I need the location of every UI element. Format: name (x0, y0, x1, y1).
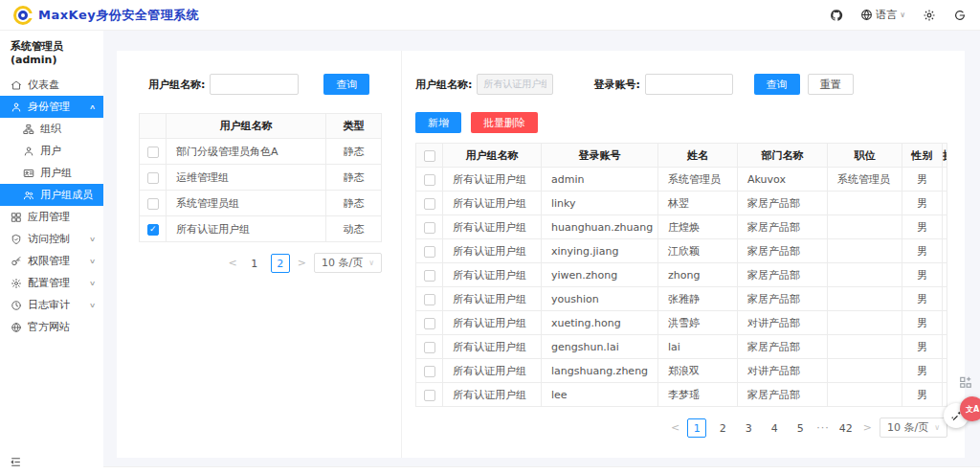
member-actions-cell (943, 335, 947, 359)
members-reset-button[interactable]: 重置 (808, 74, 854, 95)
member-row[interactable]: 所有认证用户组admin系统管理员Akuvox系统管理员男 (416, 168, 947, 192)
member-row[interactable]: 所有认证用户组langshuang.zheng郑浪双对讲产品部男 (416, 359, 947, 383)
member-row[interactable]: 所有认证用户组lee李梦瑶家居产品部男 (416, 383, 947, 407)
pagination-page-1[interactable]: 1 (687, 418, 706, 438)
row-select-cell (416, 335, 443, 359)
current-user-label: 系统管理员(admin) (0, 31, 103, 74)
translate-icon[interactable]: 文A (960, 396, 980, 421)
member-title-cell (828, 383, 902, 407)
member-row[interactable]: 所有认证用户组linky林翌家居产品部男 (416, 192, 947, 215)
sidebar-item-11[interactable]: 官方网站 (0, 316, 103, 338)
member-dept-cell: 家居产品部 (738, 215, 828, 239)
github-icon[interactable] (830, 9, 843, 22)
row-checkbox[interactable] (424, 270, 435, 282)
page-size-select[interactable]: 10 条/页∨ (314, 253, 382, 273)
row-checkbox[interactable] (424, 174, 435, 186)
usergroup-icon (23, 168, 34, 179)
member-dept-cell: 家居产品部 (738, 383, 828, 407)
pagination-next-icon[interactable]: > (297, 257, 307, 269)
member-actions-cell (943, 263, 947, 287)
row-checkbox[interactable] (147, 198, 159, 210)
member-row[interactable]: 所有认证用户组youshion张雅静家居产品部男 (416, 287, 947, 311)
members-table: 用户组名称 登录账号 姓名 部门名称 职位 性别 操作 所有认证用户组admin… (415, 143, 947, 407)
usergroup-name-input[interactable] (210, 74, 299, 95)
row-checkbox[interactable] (424, 318, 435, 329)
row-checkbox[interactable] (424, 294, 435, 305)
pagination-page-42[interactable]: 42 (836, 418, 856, 438)
pagination-page-1[interactable]: 1 (245, 254, 264, 273)
sidebar-item-label: 身份管理 (28, 100, 70, 114)
member-account-cell: xueting.hong (542, 311, 658, 335)
pagination-ellipsis[interactable]: ··· (816, 421, 830, 434)
sidebar-item-8[interactable]: 权限管理∨ (0, 250, 103, 272)
member-row[interactable]: 所有认证用户组xinying.jiang江欣颖家居产品部男 (416, 239, 947, 263)
row-checkbox[interactable] (424, 246, 435, 258)
pagination-prev-icon[interactable]: < (228, 257, 238, 269)
menu-collapse-icon[interactable] (10, 456, 22, 471)
member-row[interactable]: 所有认证用户组gengshun.lailai家居产品部男 (416, 335, 947, 359)
usergroup-row[interactable]: 运维管理组静态 (140, 165, 382, 191)
member-actions-cell (943, 383, 947, 407)
page-size-select[interactable]: 10 条/页∨ (880, 418, 947, 438)
language-menu[interactable]: 语言 ∨ (860, 8, 905, 22)
member-name-cell: 洪雪婷 (658, 311, 738, 335)
sidebar-item-5[interactable]: 用户组成员 (0, 184, 103, 206)
row-checkbox[interactable] (424, 366, 435, 377)
sidebar-item-0[interactable]: 仪表盘 (0, 74, 103, 96)
sidebar-item-1[interactable]: 身份管理∧ (0, 96, 103, 118)
member-name-cell: zhong (658, 263, 738, 287)
usergroup-table-select-header (140, 114, 167, 139)
members-search-row: 用户组名称: 登录账号: 查询 重置 (415, 74, 947, 95)
usergroup-query-button[interactable]: 查询 (323, 74, 369, 95)
grid-capture-icon[interactable] (959, 375, 972, 392)
add-member-button[interactable]: 新增 (415, 112, 461, 133)
row-checkbox[interactable] (424, 198, 435, 210)
member-row[interactable]: 所有认证用户组yiwen.zhongzhong家居产品部男 (416, 263, 947, 287)
sidebar-item-10[interactable]: 日志审计∨ (0, 294, 103, 316)
member-name-cell: 李梦瑶 (658, 383, 738, 407)
member-name-cell: 庄煌焕 (658, 215, 738, 239)
row-checkbox[interactable] (147, 147, 159, 158)
pagination-next-icon[interactable]: > (862, 421, 873, 434)
member-actions-cell (943, 239, 947, 263)
permission-icon (11, 256, 22, 267)
logout-icon[interactable] (953, 9, 967, 22)
usergroup-row[interactable]: 部门分级管理员角色A静态 (140, 139, 382, 165)
members-header-dept: 部门名称 (738, 144, 828, 168)
sidebar-item-2[interactable]: 组织 (0, 118, 103, 140)
row-checkbox[interactable] (147, 172, 159, 184)
pagination-page-3[interactable]: 3 (739, 418, 758, 438)
login-account-input[interactable] (645, 74, 733, 95)
app-title: MaxKey身份安全管理系统 (38, 7, 199, 24)
sidebar-item-label: 仪表盘 (28, 78, 59, 92)
row-checkbox[interactable] (424, 222, 435, 234)
login-account-label: 登录账号: (593, 78, 639, 92)
pagination-page-2[interactable]: 2 (271, 254, 290, 273)
row-checkbox[interactable] (424, 390, 435, 401)
pagination-page-4[interactable]: 4 (765, 418, 784, 438)
row-checkbox[interactable] (424, 342, 435, 353)
pagination-page-5[interactable]: 5 (791, 418, 810, 438)
select-all-checkbox[interactable] (424, 150, 435, 162)
sidebar-item-7[interactable]: 访问控制∨ (0, 228, 103, 250)
row-select-cell (140, 191, 167, 216)
row-checkbox[interactable] (147, 224, 159, 236)
pagination-page-2[interactable]: 2 (713, 418, 732, 438)
usergroup-row[interactable]: 系统管理员组静态 (140, 191, 382, 216)
pagination-prev-icon[interactable]: < (670, 421, 680, 434)
usergroup-row[interactable]: 所有认证用户组动态 (140, 216, 382, 242)
batch-delete-button[interactable]: 批量删除 (471, 112, 538, 133)
member-group-cell: 所有认证用户组 (443, 383, 542, 407)
sidebar-item-3[interactable]: 用户 (0, 140, 103, 162)
sidebar-item-4[interactable]: 用户组 (0, 162, 103, 184)
settings-gear-icon[interactable] (923, 9, 936, 22)
members-query-button[interactable]: 查询 (754, 74, 800, 95)
member-group-cell: 所有认证用户组 (443, 335, 542, 359)
sidebar-item-6[interactable]: 应用管理 (0, 206, 103, 228)
usergroup-name-cell: 所有认证用户组 (167, 216, 326, 242)
row-select-cell (416, 287, 443, 311)
main-content-card: 用户组名称: 查询 用户组名称 类型 部门分级管理员角色A静态运维管理组静态系统… (117, 51, 965, 458)
member-row[interactable]: 所有认证用户组huanghuan.zhuang庄煌焕家居产品部男 (416, 215, 947, 239)
member-row[interactable]: 所有认证用户组xueting.hong洪雪婷对讲产品部男 (416, 311, 947, 335)
sidebar-item-9[interactable]: 配置管理∨ (0, 272, 103, 294)
